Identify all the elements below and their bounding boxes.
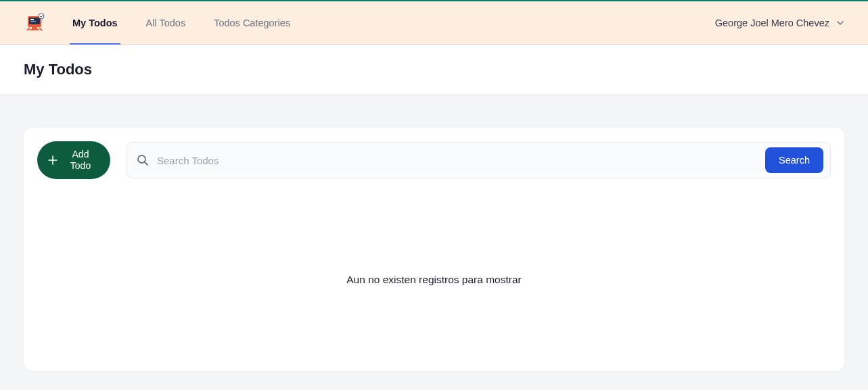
svg-rect-5 — [30, 29, 39, 30]
card-toolbar: Add Todo Search — [37, 141, 831, 179]
plus-icon — [48, 155, 58, 166]
svg-rect-3 — [30, 21, 36, 22]
search-button[interactable]: Search — [765, 147, 823, 173]
nav-tab-todos-categories[interactable]: Todos Categories — [214, 1, 290, 44]
svg-rect-4 — [32, 27, 37, 29]
svg-rect-2 — [30, 19, 34, 20]
add-button-label: Add Todo — [66, 149, 95, 172]
nav-tab-label: My Todos — [72, 18, 118, 28]
todos-card: Add Todo Search Aun no existen registros… — [24, 128, 844, 371]
content-area: Add Todo Search Aun no existen registros… — [0, 95, 868, 390]
search-icon — [137, 154, 149, 166]
svg-point-6 — [39, 14, 44, 19]
chevron-down-icon — [836, 19, 844, 27]
page-header: My Todos — [0, 45, 868, 95]
nav-tabs: My Todos All Todos Todos Categories — [72, 1, 715, 44]
nav-tab-my-todos[interactable]: My Todos — [72, 1, 118, 44]
nav-tab-label: All Todos — [146, 18, 186, 28]
user-menu[interactable]: George Joel Mero Chevez — [715, 18, 844, 28]
svg-point-7 — [138, 155, 145, 163]
app-logo[interactable] — [24, 12, 45, 34]
user-name: George Joel Mero Chevez — [715, 18, 829, 28]
add-todo-button[interactable]: Add Todo — [37, 141, 110, 179]
page-title: My Todos — [24, 61, 844, 78]
nav-tab-all-todos[interactable]: All Todos — [146, 1, 186, 44]
search-input[interactable] — [157, 155, 765, 166]
navbar: My Todos All Todos Todos Categories Geor… — [0, 1, 868, 45]
empty-state-message: Aun no existen registros para mostrar — [37, 274, 831, 286]
search-wrapper: Search — [127, 142, 831, 178]
nav-tab-label: Todos Categories — [214, 18, 290, 28]
